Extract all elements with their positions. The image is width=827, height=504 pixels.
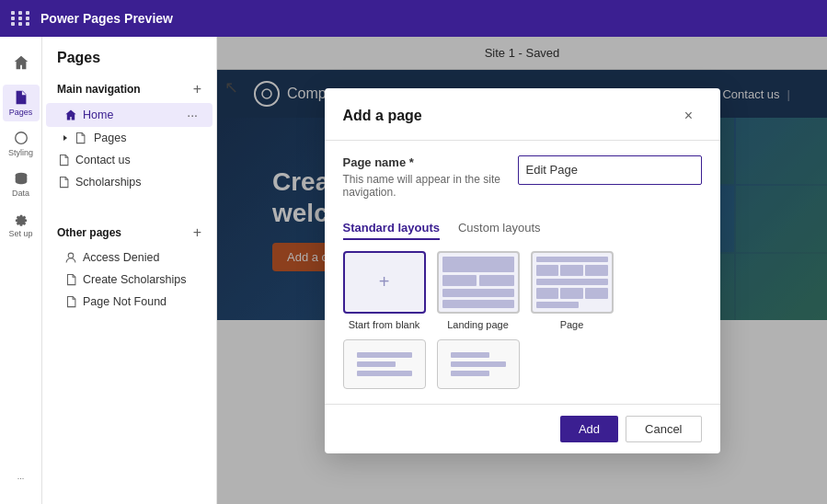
nav-item-contact-us[interactable]: Contact us: [46, 149, 212, 171]
home-icon: [64, 109, 77, 121]
icon-sidebar: Pages Styling Data Set up ···: [0, 37, 42, 504]
page-name-group: Page name * This name will appear in the…: [343, 155, 702, 206]
modal-header: Add a page ×: [325, 88, 720, 141]
sidebar-item-more[interactable]: ···: [3, 460, 40, 497]
page-name-label: Page name *: [343, 155, 503, 169]
nav-page-not-found-label: Page Not Found: [83, 295, 167, 308]
main-layout: Pages Styling Data Set up ··· Pages Main…: [0, 37, 827, 504]
sidebar-item-styling[interactable]: Styling: [3, 125, 40, 162]
nav-access-denied-label: Access Denied: [83, 251, 159, 264]
sidebar-item-pages[interactable]: Pages: [3, 85, 40, 121]
page-icon-notfound: [64, 295, 77, 308]
modal-overlay: Add a page × Page name * This name will …: [217, 37, 827, 504]
other-pages-label: Other pages: [57, 226, 121, 239]
svg-point-4: [68, 253, 74, 258]
page-icon-create: [64, 273, 77, 286]
main-nav-label: Main navigation: [57, 83, 141, 96]
sidebar-item-setup[interactable]: Set up: [3, 206, 40, 243]
landing-preview: [437, 251, 520, 314]
nav-create-scholarships-label: Create Scholarships: [83, 273, 187, 286]
modal-footer: Add Cancel: [325, 404, 720, 453]
sidebar-styling-label: Styling: [8, 148, 33, 157]
modal-title: Add a page: [343, 108, 422, 124]
person-icon: [64, 251, 77, 264]
custom2-preview: [437, 339, 520, 389]
sidebar-setup-label: Set up: [8, 229, 32, 238]
nav-item-page-not-found[interactable]: Page Not Found: [46, 291, 212, 313]
add-main-nav-button[interactable]: +: [193, 81, 201, 97]
layout-card-custom2[interactable]: [437, 339, 520, 389]
svg-point-2: [15, 132, 27, 144]
sidebar-data-label: Data: [12, 189, 29, 198]
app-grid-icon[interactable]: [11, 11, 31, 26]
custom-layout-cards: [343, 339, 702, 389]
add-button[interactable]: Add: [560, 416, 618, 442]
modal-close-button[interactable]: ×: [676, 103, 702, 129]
svg-rect-0: [17, 97, 24, 98]
layout-tabs: Standard layouts Custom layouts: [343, 221, 702, 240]
pages-sidebar: Pages Main navigation + Home ··· Pages C…: [42, 37, 217, 504]
main-nav-header: Main navigation +: [42, 75, 216, 103]
nav-item-access-denied[interactable]: Access Denied: [46, 246, 212, 269]
main-content: Site 1 - Saved ↖ Company name Home | Pag…: [217, 37, 827, 504]
nav-item-scholarships[interactable]: Scholarships: [46, 171, 212, 193]
page-name-desc: This name will appear in the site naviga…: [343, 173, 503, 199]
custom1-preview: [343, 339, 426, 389]
page-icon: [74, 132, 86, 144]
close-icon: ×: [684, 108, 693, 124]
layout-card-blank[interactable]: + Start from blank: [343, 251, 426, 330]
nav-scholarships-label: Scholarships: [75, 176, 142, 189]
top-bar: Power Pages Preview: [0, 0, 827, 37]
add-page-modal: Add a page × Page name * This name will …: [325, 88, 720, 453]
svg-rect-1: [17, 100, 22, 101]
layout-card-page[interactable]: Page: [531, 251, 614, 330]
layout-card-custom1[interactable]: [343, 339, 426, 389]
nav-home-more[interactable]: ···: [187, 108, 198, 122]
nav-home-label: Home: [83, 109, 113, 121]
nav-contact-label: Contact us: [75, 154, 131, 166]
standard-layout-cards: + Start from blank: [343, 251, 702, 330]
nav-pages-label: Pages: [94, 132, 126, 144]
more-dots: ···: [17, 474, 25, 483]
other-pages-header: Other pages +: [42, 219, 216, 246]
pages-sidebar-title: Pages: [42, 37, 216, 75]
page-label: Page: [560, 319, 584, 330]
add-other-pages-button[interactable]: +: [193, 224, 201, 241]
page-preview-card: [531, 251, 614, 314]
sidebar-pages-label: Pages: [9, 108, 33, 117]
chevron-right-icon: [61, 133, 70, 143]
tab-standard-layouts[interactable]: Standard layouts: [343, 221, 440, 240]
nav-item-home[interactable]: Home ···: [46, 103, 212, 127]
app-title: Power Pages Preview: [40, 11, 173, 26]
sidebar-item-home[interactable]: [3, 44, 40, 81]
sidebar-item-data[interactable]: Data: [3, 166, 40, 202]
cancel-button[interactable]: Cancel: [626, 416, 701, 442]
tab-custom-layouts[interactable]: Custom layouts: [458, 221, 541, 240]
landing-label: Landing page: [447, 319, 509, 330]
blank-preview: +: [343, 251, 426, 314]
page-name-row: Page name * This name will appear in the…: [343, 155, 702, 206]
nav-item-pages-expand[interactable]: Pages: [42, 127, 216, 149]
page-icon-scholarships: [57, 176, 70, 189]
page-name-input[interactable]: [518, 155, 702, 185]
plus-icon: +: [379, 271, 390, 292]
layout-section: Standard layouts Custom layouts +: [343, 221, 702, 389]
nav-item-create-scholarships[interactable]: Create Scholarships: [46, 269, 212, 291]
layout-card-landing[interactable]: Landing page: [437, 251, 520, 330]
modal-body: Page name * This name will appear in the…: [325, 141, 720, 404]
page-icon-contact: [57, 154, 70, 166]
blank-label: Start from blank: [349, 319, 420, 330]
